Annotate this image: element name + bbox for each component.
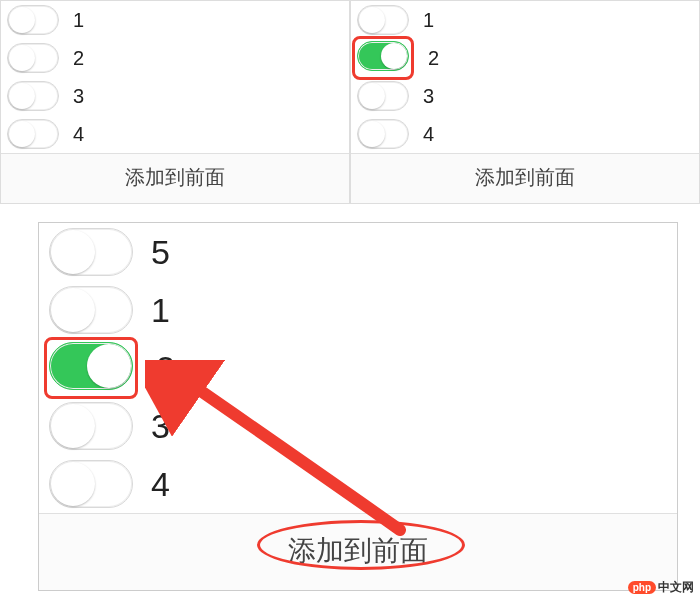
list-item: 2	[39, 339, 677, 397]
toggle-4[interactable]	[49, 460, 133, 508]
toggle-3[interactable]	[49, 402, 133, 450]
add-to-front-button[interactable]: 添加到前面	[39, 513, 677, 590]
list-item: 3	[1, 77, 349, 115]
highlight-box	[44, 337, 138, 399]
list-item: 3	[39, 397, 677, 455]
list-item: 4	[39, 455, 677, 513]
list-item: 1	[1, 1, 349, 39]
list-item: 2	[351, 39, 699, 77]
toggle-list: 5 1 2 3 4	[39, 223, 677, 513]
add-to-front-button[interactable]: 添加到前面	[351, 153, 699, 203]
item-label: 1	[151, 291, 170, 330]
toggle-3[interactable]	[7, 81, 59, 111]
top-row: 1 2 3 4 添加到前面 1	[0, 0, 700, 204]
toggle-2[interactable]	[7, 43, 59, 73]
toggle-5[interactable]	[49, 228, 133, 276]
list-item: 4	[1, 115, 349, 153]
item-label: 2	[156, 349, 175, 388]
list-item: 4	[351, 115, 699, 153]
item-label: 4	[73, 123, 84, 146]
highlight-box	[352, 36, 414, 80]
item-label: 2	[428, 47, 439, 70]
toggle-1[interactable]	[49, 286, 133, 334]
toggle-2[interactable]	[357, 41, 409, 71]
panel-top-right: 1 2 3 4 添加到前面	[350, 0, 700, 204]
toggle-4[interactable]	[357, 119, 409, 149]
watermark: php 中文网	[628, 579, 694, 596]
item-label: 2	[73, 47, 84, 70]
list-item: 5	[39, 223, 677, 281]
toggle-1[interactable]	[357, 5, 409, 35]
toggle-2[interactable]	[49, 342, 133, 390]
panel-bottom: 5 1 2 3 4 添加到前面	[38, 222, 678, 591]
list-item: 2	[1, 39, 349, 77]
list-item: 1	[39, 281, 677, 339]
panel-top-left: 1 2 3 4 添加到前面	[0, 0, 350, 204]
toggle-1[interactable]	[7, 5, 59, 35]
item-label: 1	[73, 9, 84, 32]
list-item: 3	[351, 77, 699, 115]
watermark-text: 中文网	[658, 579, 694, 596]
add-to-front-button[interactable]: 添加到前面	[1, 153, 349, 203]
toggle-list: 1 2 3 4	[1, 1, 349, 153]
list-item: 1	[351, 1, 699, 39]
item-label: 5	[151, 233, 170, 272]
item-label: 4	[151, 465, 170, 504]
toggle-4[interactable]	[7, 119, 59, 149]
toggle-3[interactable]	[357, 81, 409, 111]
item-label: 3	[73, 85, 84, 108]
item-label: 3	[423, 85, 434, 108]
item-label: 4	[423, 123, 434, 146]
toggle-list: 1 2 3 4	[351, 1, 699, 153]
button-label: 添加到前面	[288, 535, 428, 566]
item-label: 3	[151, 407, 170, 446]
item-label: 1	[423, 9, 434, 32]
watermark-badge: php	[628, 581, 656, 594]
